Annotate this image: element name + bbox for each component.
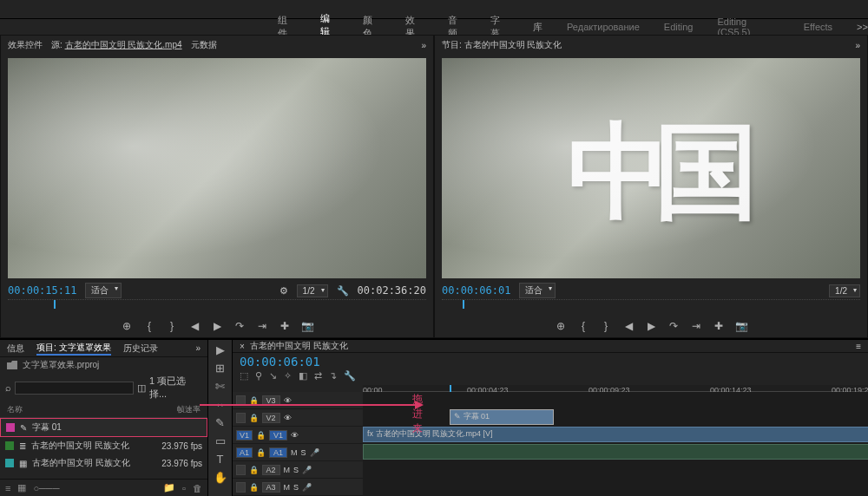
lock-icon[interactable]: 🔒 — [249, 466, 259, 474]
panel-menu-icon[interactable]: ≡ — [856, 342, 861, 351]
tl-opt-icon[interactable]: 🔧 — [344, 370, 356, 382]
source-scrubber[interactable] — [8, 299, 426, 315]
metadata-tab[interactable]: 元数据 — [191, 39, 217, 51]
in-icon[interactable]: { — [576, 320, 590, 332]
step-fwd-icon[interactable]: ↷ — [667, 320, 681, 332]
mute-icon[interactable]: M — [284, 466, 291, 474]
hand-tool-icon[interactable]: ✋ — [214, 471, 227, 484]
track-target[interactable]: V1 — [236, 430, 253, 441]
track-toggle[interactable]: V1 — [269, 430, 287, 441]
playhead-marker[interactable] — [463, 300, 464, 309]
marker-icon[interactable]: ⊕ — [554, 320, 568, 332]
timeline-timecode[interactable]: 00:00:06:01 — [240, 355, 320, 369]
trash-icon[interactable]: 🗑 — [193, 483, 202, 493]
source-viewport[interactable] — [8, 58, 426, 278]
step-back-icon[interactable]: ◀ — [187, 320, 201, 332]
panel-menu-icon[interactable]: » — [195, 343, 201, 353]
track-area[interactable]: ✎ 字幕 01 fx 古老的中国文明 民族文化.mp4 [V] — [363, 392, 868, 496]
program-timecode[interactable]: 00:00:06:01 — [442, 284, 510, 297]
eye-icon[interactable]: 👁 — [291, 431, 299, 440]
clip-audio[interactable] — [363, 444, 868, 460]
panel-menu-icon[interactable]: » — [421, 41, 426, 50]
scale-dropdown[interactable]: 1/2 — [297, 284, 328, 297]
lock-icon[interactable]: 🔒 — [249, 396, 259, 405]
track-target[interactable] — [236, 482, 246, 493]
ws-tab[interactable]: Effects — [804, 22, 832, 32]
slip-tool-icon[interactable]: ✎ — [215, 416, 225, 429]
close-icon[interactable]: × — [240, 342, 245, 351]
selection-tool-icon[interactable]: ▶ — [216, 343, 225, 356]
sequence-name[interactable]: 古老的中国文明 民族文化 — [250, 340, 348, 352]
ws-tab[interactable]: 库 — [533, 21, 542, 34]
track-target[interactable]: A1 — [236, 447, 253, 458]
list-view-icon[interactable]: ≡ — [5, 483, 10, 493]
export-frame-icon[interactable]: 📷 — [734, 320, 748, 332]
tl-opt-icon[interactable]: ⚲ — [255, 370, 262, 382]
marker-icon[interactable]: ⊕ — [120, 320, 134, 332]
export-frame-icon[interactable]: 📷 — [300, 320, 314, 332]
ws-more[interactable]: >> — [857, 22, 868, 32]
asset-item[interactable]: ▦古老的中国文明 民族文化23.976 fps — [0, 454, 207, 472]
program-viewport[interactable]: 中国 — [442, 58, 860, 278]
bin-icon[interactable]: ◫ — [137, 382, 146, 394]
col-rate[interactable]: 帧速率 — [177, 404, 201, 415]
tl-opt-icon[interactable]: ✧ — [284, 370, 292, 382]
new-bin-icon[interactable]: 📁 — [163, 482, 175, 493]
step-fwd-icon[interactable]: ↷ — [233, 320, 247, 332]
play-icon[interactable]: ▶ — [210, 320, 224, 332]
mic-icon[interactable]: 🎤 — [302, 483, 312, 492]
play-icon[interactable]: ▶ — [644, 320, 658, 332]
extract-icon[interactable]: ✚ — [712, 320, 726, 332]
lock-icon[interactable]: 🔒 — [256, 448, 266, 457]
mute-icon[interactable]: M — [284, 483, 291, 492]
wrench-icon[interactable]: 🔧 — [337, 285, 349, 297]
tl-opt-icon[interactable]: ⇄ — [314, 370, 322, 382]
track-toggle[interactable]: A1 — [269, 447, 287, 458]
asset-item-selected[interactable]: ✎字幕 01 — [0, 418, 207, 437]
eye-icon[interactable]: 👁 — [284, 414, 292, 422]
time-ruler[interactable]: 00:00 00:00:04:23 00:00:09:23 00:00:14:2… — [363, 385, 868, 392]
panel-menu-icon[interactable]: » — [855, 41, 860, 50]
insert-icon[interactable]: ⇥ — [255, 320, 269, 332]
track-toggle[interactable]: V2 — [262, 413, 280, 423]
zoom-slider[interactable]: ○─── — [33, 483, 59, 493]
mic-icon[interactable]: 🎤 — [310, 448, 319, 457]
clip-video[interactable]: fx 古老的中国文明 民族文化.mp4 [V] — [363, 427, 868, 442]
new-item-icon[interactable]: ▫ — [182, 483, 186, 493]
ws-tab[interactable]: Редактирование — [567, 22, 640, 32]
overwrite-icon[interactable]: ✚ — [278, 320, 292, 332]
track-target[interactable] — [236, 465, 246, 475]
track-select-tool-icon[interactable]: ⊞ — [215, 362, 225, 375]
solo-icon[interactable]: S — [293, 483, 299, 492]
pen-tool-icon[interactable]: ▭ — [215, 434, 226, 447]
lock-icon[interactable]: 🔒 — [249, 483, 259, 492]
icon-view-icon[interactable]: ▦ — [17, 482, 26, 493]
solo-icon[interactable]: S — [293, 466, 299, 474]
track-toggle[interactable]: A3 — [262, 482, 280, 493]
scale-dropdown[interactable]: 1/2 — [829, 284, 860, 297]
out-icon[interactable]: } — [165, 320, 179, 332]
project-tab[interactable]: 项目: 文字遮罩效果 — [36, 342, 111, 356]
fit-dropdown[interactable]: 适合 — [85, 283, 122, 298]
solo-icon[interactable]: S — [301, 448, 306, 457]
history-tab[interactable]: 历史记录 — [123, 343, 158, 355]
in-icon[interactable]: { — [142, 320, 156, 332]
lift-icon[interactable]: ⇥ — [689, 320, 703, 332]
playhead-marker[interactable] — [54, 300, 56, 309]
tl-opt-icon[interactable]: ◧ — [299, 370, 307, 382]
program-scrubber[interactable] — [442, 299, 860, 315]
panel-tab[interactable]: 效果控件 — [8, 39, 43, 51]
mute-icon[interactable]: M — [291, 448, 298, 457]
search-input[interactable] — [15, 382, 134, 395]
settings-icon[interactable]: ⚙ — [279, 285, 288, 297]
lock-icon[interactable]: 🔒 — [249, 414, 259, 422]
ripple-tool-icon[interactable]: ✄ — [215, 380, 225, 393]
tl-opt-icon[interactable]: ↴ — [329, 370, 337, 382]
info-tab[interactable]: 信息 — [7, 343, 24, 355]
track-target[interactable] — [236, 413, 246, 423]
lock-icon[interactable]: 🔒 — [256, 431, 266, 440]
asset-item[interactable]: ≣古老的中国文明 民族文化23.976 fps — [0, 437, 207, 454]
source-timecode[interactable]: 00:00:15:11 — [8, 284, 76, 297]
col-name[interactable]: 名称 — [7, 404, 177, 415]
step-back-icon[interactable]: ◀ — [621, 320, 635, 332]
